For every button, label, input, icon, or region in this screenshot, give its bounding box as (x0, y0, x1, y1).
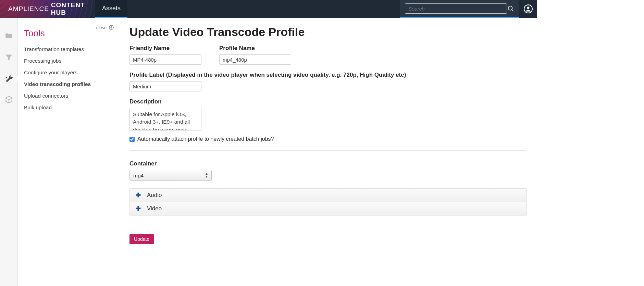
accordion-audio-label: Audio (147, 192, 162, 199)
folder-icon[interactable] (4, 32, 13, 40)
profile-name-group: Profile Name (219, 45, 291, 65)
description-label: Description (129, 98, 527, 105)
accordion-video[interactable]: ✚ Video (130, 202, 527, 215)
close-panel[interactable]: close (96, 25, 114, 30)
friendly-name-group: Friendly Name (129, 45, 201, 65)
top-right-blank (537, 0, 644, 18)
filter-icon[interactable] (4, 53, 13, 62)
profile-name-input[interactable] (219, 54, 291, 65)
friendly-name-input[interactable] (129, 54, 201, 65)
container-select[interactable]: mp4 (129, 170, 212, 181)
search-wrap[interactable] (400, 0, 519, 18)
tools-icon[interactable] (4, 74, 13, 83)
side-list: Transformation templates Processing jobs… (24, 43, 113, 113)
sidebar-item-upload-connectors[interactable]: Upload connectors (24, 90, 113, 102)
nav-tabs: Assets (95, 0, 127, 18)
back-circle-icon (109, 25, 114, 30)
logo: AMPLIENCE CONTENT HUB (0, 0, 95, 18)
accordion-video-label: Video (147, 205, 162, 212)
top-bar: AMPLIENCE CONTENT HUB Assets (0, 0, 644, 18)
user-icon (524, 4, 533, 13)
svg-point-0 (508, 6, 512, 10)
container-label: Container (129, 160, 527, 167)
logo-text-2: CONTENT HUB (51, 1, 87, 16)
update-button[interactable]: Update (129, 234, 154, 244)
plus-icon: ✚ (135, 205, 141, 212)
profile-name-label: Profile Name (219, 45, 291, 52)
svg-line-1 (512, 10, 513, 11)
close-label: close (96, 25, 107, 30)
friendly-name-label: Friendly Name (129, 45, 201, 52)
sidebar-item-bulk-upload[interactable]: Bulk upload (24, 102, 113, 113)
sidebar-item-transformation-templates[interactable]: Transformation templates (24, 43, 113, 55)
side-panel: close Tools Transformation templates Pro… (18, 18, 119, 286)
profile-label-input[interactable] (129, 81, 201, 91)
auto-attach-label: Automatically attach profile to newly cr… (137, 136, 274, 142)
logo-text-1: AMPLIENCE (8, 5, 49, 13)
auto-attach-checkbox[interactable] (129, 137, 135, 142)
package-icon[interactable] (4, 95, 13, 104)
body: close Tools Transformation templates Pro… (0, 18, 644, 286)
right-gutter (537, 18, 644, 286)
profile-label-label: Profile Label (Displayed in the video pl… (129, 72, 527, 78)
accordion-audio[interactable]: ✚ Audio (130, 189, 527, 202)
tab-assets[interactable]: Assets (95, 0, 127, 18)
page-title: Update Video Transcode Profile (129, 25, 527, 39)
description-textarea[interactable] (129, 108, 201, 130)
left-rail (0, 18, 18, 286)
search-icon (507, 5, 515, 12)
plus-icon: ✚ (135, 191, 141, 199)
user-menu[interactable] (519, 0, 537, 18)
sidebar-item-video-transcoding[interactable]: Video transcoding profiles (24, 78, 113, 90)
sidebar-item-processing-jobs[interactable]: Processing jobs (24, 55, 113, 67)
auto-attach-row[interactable]: Automatically attach profile to newly cr… (129, 136, 527, 142)
tab-label: Assets (102, 5, 121, 12)
sidebar-item-configure-players[interactable]: Configure your players (24, 67, 113, 78)
search-input[interactable] (405, 3, 507, 14)
accordion: ✚ Audio ✚ Video (129, 188, 527, 215)
main-content: Update Video Transcode Profile Friendly … (119, 18, 537, 286)
separator (129, 150, 527, 151)
svg-point-3 (527, 7, 530, 9)
